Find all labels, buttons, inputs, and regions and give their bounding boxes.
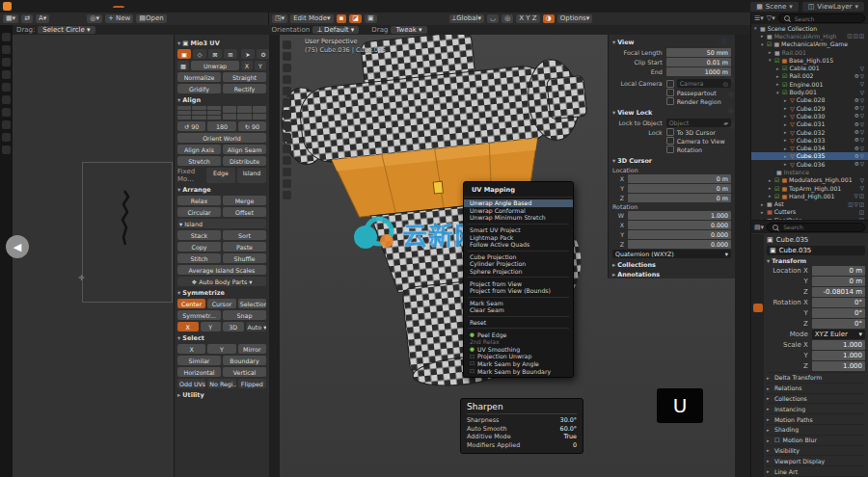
align-arrow-button[interactable] (192, 111, 205, 115)
gridify-button[interactable]: Gridify (177, 84, 221, 93)
row-trail-icons[interactable]: ⚙▽ (854, 113, 868, 119)
uv-mapping-menu-item[interactable]: Lightmap Pack (464, 233, 573, 241)
uv-mapping-menu-item[interactable]: Smart UV Project (464, 226, 573, 234)
properties-editor-type-icon[interactable]: ▤▾ (754, 224, 764, 231)
collection-checkbox-icon[interactable]: ☑ (774, 185, 779, 192)
properties-tab-icon[interactable] (753, 237, 763, 246)
collapsed-panel-header[interactable]: ▸ Line Art (767, 465, 865, 476)
properties-search[interactable] (767, 223, 865, 232)
select-x-button[interactable]: X (177, 344, 205, 354)
face-select-icon[interactable]: ▣ (365, 14, 377, 23)
uv-mapping-menu-item[interactable] (468, 297, 569, 298)
snap-button[interactable]: Snap (223, 310, 266, 320)
row-trail-icons[interactable]: ▽ (860, 90, 868, 95)
collections-panel-title[interactable]: Collections (617, 261, 656, 269)
row-trail-icons[interactable]: ◫◫◫ (847, 33, 868, 39)
view-layer-selector[interactable]: ◫ ViewLayer▾ (802, 2, 864, 12)
select-boundary-button[interactable]: Boundary (223, 356, 266, 365)
workspace-tab[interactable] (72, 6, 84, 8)
workspace-tab[interactable] (207, 6, 219, 8)
align-arrow-button[interactable] (192, 106, 205, 110)
outliner-row[interactable]: ▸ ▽ Cube.028 ⚙▽ (751, 96, 868, 104)
rotate-180-button[interactable]: 180 (207, 121, 235, 131)
viewport-tool-icon[interactable] (283, 121, 291, 130)
stack-button[interactable]: Stack (177, 230, 221, 240)
straight-button[interactable]: Straight (223, 72, 266, 82)
uv-select-mode[interactable]: A▾ (36, 14, 49, 23)
select-mirror-button[interactable]: Mirror (238, 344, 266, 354)
outliner-search[interactable] (778, 13, 865, 23)
row-trail-icons[interactable]: ▽ (860, 177, 868, 183)
uv-mapping-menu-item[interactable]: Clear Seam (464, 306, 573, 314)
pin-icon[interactable]: ➤ (241, 49, 255, 59)
options-dropdown[interactable]: Options ▾ (557, 14, 593, 23)
orientation-selector[interactable]: ⟂ Global ▾ (449, 14, 485, 23)
outliner-row[interactable]: ▸ ▽ Cube.031 ⚙▽ (751, 120, 868, 128)
unwrap-icon[interactable]: ▦ (177, 61, 189, 70)
symmetry-3d-button[interactable]: 3D (223, 322, 244, 331)
uv-mapping-menu-item[interactable]: 2nd Relax (464, 338, 573, 346)
camera-object-field[interactable]: Camera◎ (677, 79, 731, 88)
unwrap-x-button[interactable]: X (241, 61, 253, 70)
value-field[interactable]: 0 m (812, 277, 865, 286)
select-no-region-button[interactable]: No Regi... (207, 379, 235, 388)
panel-caret-icon[interactable]: ▾ (177, 40, 180, 47)
collapsed-panel-header[interactable]: ▸ Motion Paths (767, 413, 865, 424)
properties-tab-icon[interactable] (753, 326, 763, 334)
value-field[interactable]: 1.000 (628, 211, 731, 220)
collapsed-panel-header[interactable]: ▸ Collections (767, 393, 865, 404)
outliner-row[interactable]: ▸ ☑ ▦ TopArm_High.001 ▽ (751, 184, 868, 192)
viewport-tool-icon[interactable] (283, 64, 291, 72)
outliner-search-input[interactable] (793, 14, 859, 23)
uv-mapping-menu-item[interactable] (468, 277, 569, 278)
uv-tool-icon[interactable] (2, 83, 11, 92)
transform-panel-title[interactable]: Transform (772, 257, 806, 264)
align-edge-button[interactable] (223, 106, 236, 113)
viewport-tool-icon[interactable] (283, 156, 291, 165)
average-island-scales-button[interactable]: Average Island Scales (177, 265, 266, 275)
collapsed-panel-header[interactable]: ▸ Delta Transform (767, 372, 865, 383)
outliner-row[interactable]: ▸ ▽ Cube.036 ⚙▽ (751, 160, 868, 168)
workspace-tab[interactable] (194, 6, 205, 8)
collapsed-panel-header[interactable]: ▸ Shading (767, 424, 865, 435)
collection-checkbox-icon[interactable]: ☑ (782, 72, 787, 79)
properties-tab-icon[interactable] (753, 315, 763, 324)
viewport-tool-icon[interactable] (283, 191, 291, 199)
collapsed-panel-header[interactable]: ▸ Instancing (767, 403, 865, 413)
properties-tab-icon[interactable] (753, 271, 763, 279)
value-field[interactable]: -0.08014 m (812, 287, 865, 297)
value-field[interactable]: 0 m (628, 184, 731, 193)
properties-tab-icon[interactable] (753, 337, 763, 346)
row-trail-icons[interactable]: ⚙▽ (854, 129, 868, 135)
value-field[interactable]: 0° (812, 319, 865, 329)
properties-tab-icon[interactable] (753, 259, 763, 268)
workspace-tab[interactable] (167, 6, 178, 8)
uv-mapping-menu-item[interactable]: Reset (464, 319, 573, 327)
collection-checkbox-icon[interactable]: ☑ (774, 57, 779, 64)
select-y-button[interactable]: Y (207, 344, 235, 354)
vertex-select-icon[interactable]: ▪ (337, 14, 347, 23)
symmetrize-center-button[interactable]: Center (177, 299, 205, 308)
drag-dropdown[interactable]: Tweak ▾ (391, 26, 426, 34)
collection-checkbox-icon[interactable]: ☑ (767, 40, 772, 47)
workspace-tab[interactable] (86, 6, 97, 8)
collapsed-panel-header[interactable]: ▸ ☐ Motion Blur (767, 435, 865, 445)
back-arrow-button[interactable]: ◀ (6, 235, 29, 258)
viewport-tool-icon[interactable] (283, 40, 291, 49)
row-trail-icons[interactable]: ▽ (860, 66, 868, 71)
workspace-tab[interactable] (99, 6, 111, 8)
row-trail-icons[interactable]: ◫▽◫ (848, 201, 868, 207)
uv-tool-icon[interactable] (2, 146, 11, 154)
uv-mapping-menu-item[interactable]: ☐ Mark Seam by Angle (464, 360, 573, 368)
outliner-row[interactable]: ▸ ▽ Cube.033 ⚙▽ (751, 136, 868, 144)
viewport-tool-icon[interactable] (283, 52, 291, 61)
workspace-tab[interactable] (126, 6, 138, 8)
viewport-tool-icon[interactable] (283, 168, 291, 176)
relax-button[interactable]: Relax (177, 196, 221, 205)
copy-button[interactable]: Copy (177, 242, 221, 252)
collection-checkbox-icon[interactable]: ☑ (782, 81, 787, 88)
workspace-tab[interactable] (221, 6, 232, 8)
symmetrize-selection-button[interactable]: Selection (238, 299, 266, 308)
passepartout-checkbox[interactable] (666, 89, 674, 96)
uv-mapping-menu-item[interactable]: ● UV Smoothing (464, 346, 573, 354)
